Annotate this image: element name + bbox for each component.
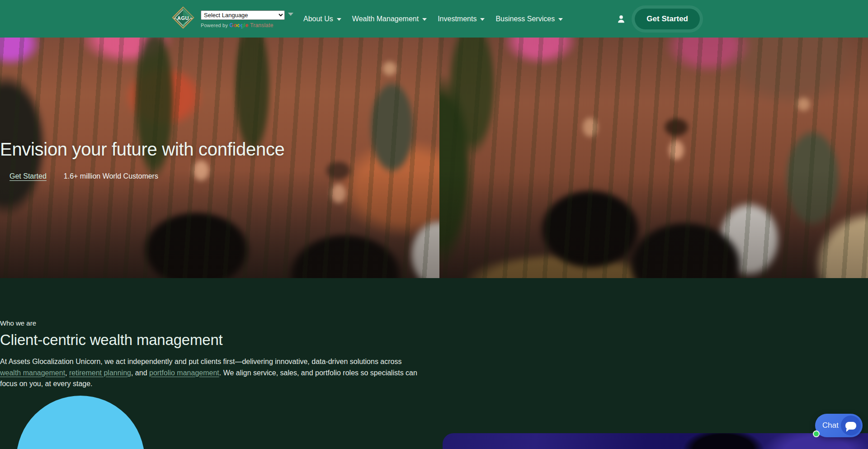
portfolio-management-link[interactable]: portfolio management: [149, 369, 219, 377]
body-text: , and: [131, 369, 149, 377]
customers-count-text: 1.6+ million World Customers: [64, 172, 158, 180]
account-button[interactable]: [615, 13, 627, 25]
nav-business-services[interactable]: Business Services: [495, 15, 563, 23]
chevron-down-icon: [558, 18, 563, 21]
online-status-dot: [813, 430, 820, 437]
google-translate-attribution: Powered by Google Translate: [201, 22, 293, 28]
section-body: At Assets Glocalization Unicorn, we act …: [0, 356, 423, 390]
get-started-button[interactable]: Get Started: [635, 9, 700, 29]
header-actions: Get Started: [615, 9, 700, 29]
chat-label: Chat: [822, 421, 839, 430]
hero-get-started-link[interactable]: Get Started: [9, 172, 47, 180]
hero-heading: Envision your future with confidence: [0, 139, 285, 160]
section-heading: Client-centric wealth management: [0, 331, 868, 349]
who-we-are-section: Who we are Client-centric wealth managem…: [0, 278, 868, 449]
chat-bubble-icon: [845, 422, 856, 430]
powered-by-text: Powered by: [201, 23, 228, 28]
nav-label: About Us: [303, 15, 333, 23]
main-nav: About Us Wealth Management Investments B…: [303, 15, 563, 23]
hero-copy: Envision your future with confidence Get…: [0, 139, 285, 180]
nav-wealth-management[interactable]: Wealth Management: [352, 15, 427, 23]
diamond-logo-icon: AGU: [171, 6, 195, 32]
chat-icon-circle: [841, 416, 861, 435]
nav-label: Business Services: [495, 15, 555, 23]
chat-widget: Chat: [815, 414, 863, 437]
nav-investments[interactable]: Investments: [438, 15, 485, 23]
chat-launcher-button[interactable]: Chat: [815, 414, 863, 437]
wealth-management-link[interactable]: wealth management: [0, 369, 65, 377]
language-select[interactable]: Select Language: [201, 10, 285, 20]
chevron-down-icon: [422, 18, 427, 21]
section-eyebrow: Who we are: [0, 278, 868, 327]
site-header: AGU Select Language Powered by Google Tr…: [0, 0, 868, 38]
language-widget: Select Language Powered by Google Transl…: [201, 10, 293, 28]
hero-section: Envision your future with confidence Get…: [0, 38, 868, 278]
nav-about-us[interactable]: About Us: [303, 15, 341, 23]
nav-label: Investments: [438, 15, 476, 23]
google-brand-text: Google: [229, 22, 249, 28]
chevron-down-icon: [480, 18, 485, 21]
agu-logo[interactable]: AGU: [171, 6, 195, 32]
translate-product-text: Translate: [250, 22, 273, 28]
body-text: ,: [65, 369, 69, 377]
logo-text: AGU: [177, 15, 189, 21]
retirement-planning-link[interactable]: retirement planning: [69, 369, 131, 377]
next-section-image: [443, 433, 868, 449]
nav-label: Wealth Management: [352, 15, 419, 23]
translate-caret-icon: [288, 13, 293, 16]
chevron-down-icon: [337, 18, 341, 21]
body-text: At Assets Glocalization Unicorn, we act …: [0, 358, 401, 365]
decorative-blue-circle: [16, 396, 145, 449]
user-icon: [616, 14, 626, 24]
